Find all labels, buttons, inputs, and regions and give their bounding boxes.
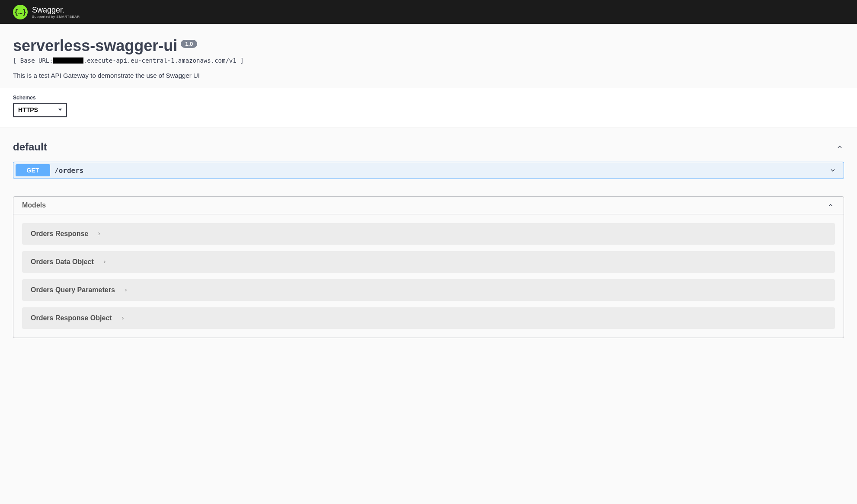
chevron-up-icon: [835, 143, 844, 151]
chevron-down-icon: [828, 166, 837, 175]
chevron-right-icon: [95, 230, 103, 238]
topbar: {…} Swagger. Supported by SMARTBEAR: [0, 0, 857, 24]
chevron-right-icon: [100, 258, 109, 266]
operation-left: GET /orders: [16, 164, 83, 176]
model-name: Orders Response Object: [31, 314, 112, 322]
base-url-redacted: [53, 57, 83, 64]
chevron-right-icon: [118, 314, 127, 322]
api-title: serverless-swagger-ui: [13, 37, 177, 55]
model-item[interactable]: Orders Query Parameters: [22, 279, 835, 301]
models-body: Orders Response Orders Data Object Order…: [13, 214, 844, 338]
models-header[interactable]: Models: [13, 197, 844, 214]
info-section: serverless-swagger-ui 1.0 [ Base URL: .e…: [0, 24, 857, 88]
version-badge: 1.0: [181, 40, 197, 48]
model-item[interactable]: Orders Response: [22, 223, 835, 245]
logo-text-main: Swagger.: [32, 6, 80, 15]
model-name: Orders Data Object: [31, 258, 94, 266]
schemes-label: Schemes: [13, 95, 844, 101]
operations-section: default GET /orders: [0, 128, 857, 188]
base-url-prefix: [ Base URL:: [13, 57, 53, 64]
tag-header[interactable]: default: [13, 137, 844, 157]
api-description: This is a test API Gateway to demonstrat…: [13, 72, 844, 79]
logo-text-sub: Supported by SMARTBEAR: [32, 15, 80, 19]
model-name: Orders Query Parameters: [31, 286, 115, 294]
logo-text: Swagger. Supported by SMARTBEAR: [32, 6, 80, 19]
method-badge: GET: [16, 164, 50, 176]
tag-name: default: [13, 141, 47, 153]
model-item[interactable]: Orders Response Object: [22, 307, 835, 329]
swagger-logo-icon: {…}: [13, 5, 28, 19]
schemes-select[interactable]: HTTPS: [13, 103, 67, 117]
base-url: [ Base URL: .execute-api.eu-central-1.am…: [13, 57, 844, 64]
title-row: serverless-swagger-ui 1.0: [13, 37, 844, 55]
chevron-up-icon: [826, 201, 835, 210]
base-url-suffix: .execute-api.eu-central-1.amazonaws.com/…: [83, 57, 244, 64]
chevron-right-icon: [122, 286, 130, 294]
model-name: Orders Response: [31, 230, 88, 238]
models-section: Models Orders Response Orders Data Objec…: [13, 196, 844, 338]
swagger-logo[interactable]: {…} Swagger. Supported by SMARTBEAR: [13, 5, 80, 19]
operation-get-orders[interactable]: GET /orders: [13, 162, 844, 179]
schemes-select-wrapper: HTTPS: [13, 103, 67, 117]
model-item[interactable]: Orders Data Object: [22, 251, 835, 273]
schemes-section: Schemes HTTPS: [0, 88, 857, 128]
operation-path: /orders: [54, 166, 83, 175]
models-title: Models: [22, 201, 46, 209]
